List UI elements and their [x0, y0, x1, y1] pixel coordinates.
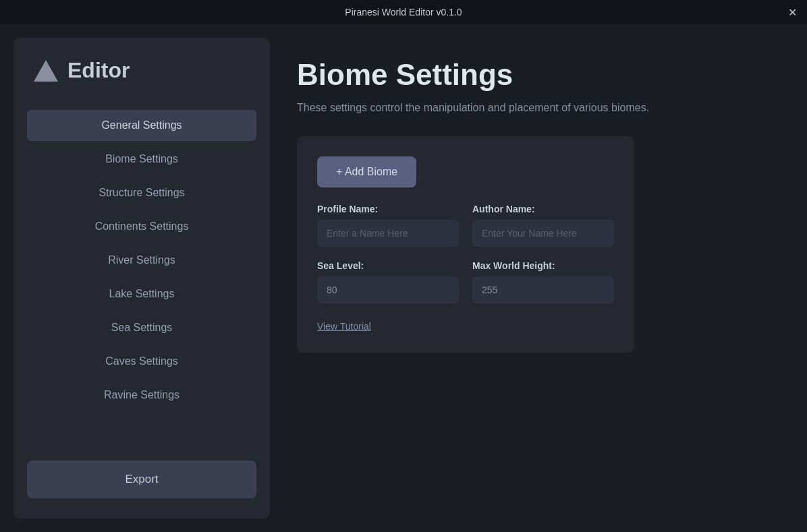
view-tutorial-link[interactable]: View Tutorial: [317, 321, 371, 332]
author-name-label: Author Name:: [472, 204, 614, 214]
sidebar-item-general-settings[interactable]: General Settings: [27, 110, 256, 141]
title-bar: Piranesi World Editor v0.1.0 ✕: [0, 0, 807, 24]
main-layout: Editor General Settings Biome Settings S…: [0, 24, 807, 532]
sidebar-item-river-settings[interactable]: River Settings: [27, 245, 256, 276]
logo-section: Editor: [27, 58, 256, 83]
author-name-input[interactable]: [472, 220, 614, 247]
profile-name-group: Profile Name:: [317, 204, 459, 247]
sidebar-item-structure-settings[interactable]: Structure Settings: [27, 177, 256, 208]
sea-level-input[interactable]: [317, 276, 459, 303]
logo-triangle-icon: [34, 60, 58, 82]
nav-items: General Settings Biome Settings Structur…: [27, 110, 256, 447]
export-button[interactable]: Export: [27, 461, 256, 498]
sea-level-group: Sea Level:: [317, 260, 459, 303]
max-world-height-group: Max World Height:: [472, 260, 614, 303]
content-area: Biome Settings These settings control th…: [283, 38, 794, 519]
sidebar-item-continents-settings[interactable]: Continents Settings: [27, 211, 256, 242]
max-world-height-input[interactable]: [472, 276, 614, 303]
profile-name-input[interactable]: [317, 220, 459, 247]
level-row: Sea Level: Max World Height:: [317, 260, 614, 303]
author-name-group: Author Name:: [472, 204, 614, 247]
add-biome-button[interactable]: + Add Biome: [317, 156, 416, 187]
sidebar-item-biome-settings[interactable]: Biome Settings: [27, 144, 256, 175]
sidebar-item-lake-settings[interactable]: Lake Settings: [27, 278, 256, 309]
sidebar-item-sea-settings[interactable]: Sea Settings: [27, 312, 256, 343]
profile-name-label: Profile Name:: [317, 204, 459, 214]
logo-text: Editor: [67, 58, 130, 83]
close-button[interactable]: ✕: [785, 5, 799, 19]
sidebar: Editor General Settings Biome Settings S…: [13, 38, 270, 519]
max-world-height-label: Max World Height:: [472, 260, 614, 271]
sidebar-item-ravine-settings[interactable]: Ravine Settings: [27, 380, 256, 411]
sea-level-label: Sea Level:: [317, 260, 459, 271]
name-row: Profile Name: Author Name:: [317, 204, 614, 247]
page-title: Biome Settings: [297, 58, 780, 92]
app-title: Piranesi World Editor v0.1.0: [345, 7, 462, 18]
sidebar-item-caves-settings[interactable]: Caves Settings: [27, 346, 256, 377]
settings-panel: + Add Biome Profile Name: Author Name: S…: [297, 136, 634, 353]
page-description: These settings control the manipulation …: [297, 100, 780, 116]
